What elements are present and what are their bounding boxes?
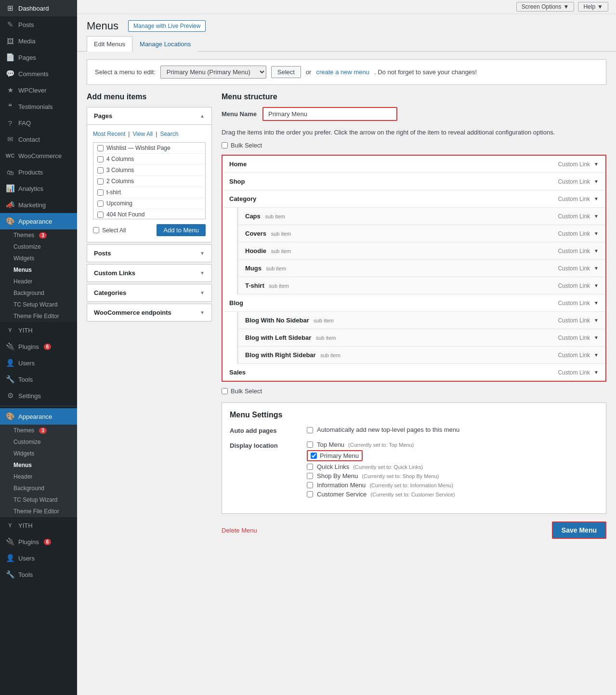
sidebar-item-theme-file-editor-2[interactable]: Theme File Editor xyxy=(0,506,77,517)
pages-tab-most-recent[interactable]: Most Recent xyxy=(93,131,125,137)
location-checkbox-information-menu[interactable] xyxy=(307,482,313,488)
sidebar-item-testimonials[interactable]: ❝ Testimonials xyxy=(0,98,77,115)
select-all-checkbox[interactable] xyxy=(93,227,99,233)
menu-item-arrow-mugs[interactable]: ▼ xyxy=(594,266,599,271)
sidebar-item-themes[interactable]: Themes 3 xyxy=(0,229,77,241)
sidebar-item-plugins-2[interactable]: 🔌 Plugins 6 xyxy=(0,534,77,550)
location-checkbox-shop-by-menu[interactable] xyxy=(307,473,313,479)
sidebar-item-menus[interactable]: Menus xyxy=(0,264,77,276)
posts-accordion-header[interactable]: Posts ▼ xyxy=(87,245,211,262)
page-checkbox-4columns[interactable] xyxy=(97,156,104,162)
tab-manage-locations[interactable]: Manage Locations xyxy=(132,36,198,52)
location-checkbox-customer-service[interactable] xyxy=(307,491,313,497)
page-checkbox-404[interactable] xyxy=(97,212,104,218)
menu-item-blog-right-sidebar[interactable]: Blog with Right Sidebar sub item Custom … xyxy=(237,347,605,364)
menu-item-home[interactable]: Home Custom Link ▼ xyxy=(223,156,605,173)
menu-item-blog-no-sidebar[interactable]: Blog With No Sidebar sub item Custom Lin… xyxy=(237,312,605,329)
sidebar-item-header-2[interactable]: Header xyxy=(0,471,77,482)
sidebar-item-widgets[interactable]: Widgets xyxy=(0,253,77,264)
sidebar-item-pages[interactable]: 📄 Pages xyxy=(0,49,77,66)
sidebar-item-yith[interactable]: Y YITH xyxy=(0,322,77,338)
sidebar-item-products[interactable]: 🛍 Products xyxy=(0,164,77,180)
menu-item-arrow-hoodie[interactable]: ▼ xyxy=(594,248,599,254)
help-button[interactable]: Help ▼ xyxy=(578,2,608,12)
sidebar-item-appearance-2[interactable]: 🎨 Appearance xyxy=(0,408,77,425)
sidebar-item-yith-2[interactable]: Y YITH xyxy=(0,517,77,534)
woocommerce-endpoints-accordion-header[interactable]: WooCommerce endpoints ▼ xyxy=(87,304,211,321)
bulk-select-checkbox-label-bottom[interactable]: Bulk Select xyxy=(222,388,262,395)
sidebar-item-header[interactable]: Header xyxy=(0,276,77,287)
menu-item-mugs[interactable]: Mugs sub item Custom Link ▼ xyxy=(237,260,605,277)
page-checkbox-2columns[interactable] xyxy=(97,178,104,185)
location-checkbox-top-menu[interactable] xyxy=(307,441,313,448)
menu-item-arrow-shop[interactable]: ▼ xyxy=(594,179,599,184)
sidebar-item-media[interactable]: 🖼 Media xyxy=(0,33,77,49)
menu-item-arrow-blog-right-sidebar[interactable]: ▼ xyxy=(594,352,599,358)
sidebar-item-widgets-2[interactable]: Widgets xyxy=(0,448,77,459)
menu-item-caps[interactable]: Caps sub item Custom Link ▼ xyxy=(237,208,605,225)
sidebar-item-background[interactable]: Background xyxy=(0,287,77,299)
menu-item-arrow-blog-left-sidebar[interactable]: ▼ xyxy=(594,335,599,340)
menu-item-covers[interactable]: Covers sub item Custom Link ▼ xyxy=(237,225,605,242)
menu-item-blog-left-sidebar[interactable]: Blog with Left Sidebar sub item Custom L… xyxy=(237,329,605,347)
menu-item-sales[interactable]: Sales Custom Link ▼ xyxy=(223,364,605,381)
menu-item-arrow-blog-no-sidebar[interactable]: ▼ xyxy=(594,318,599,323)
menu-item-arrow-blog[interactable]: ▼ xyxy=(594,300,599,306)
page-checkbox-upcoming[interactable] xyxy=(97,200,104,207)
categories-accordion-header[interactable]: Categories ▼ xyxy=(87,284,211,301)
sidebar-item-customize[interactable]: Customize xyxy=(0,241,77,253)
sidebar-item-customize-2[interactable]: Customize xyxy=(0,436,77,448)
menu-item-blog[interactable]: Blog Custom Link ▼ xyxy=(223,294,605,312)
sidebar-item-menus-2[interactable]: Menus xyxy=(0,459,77,471)
sidebar-item-users[interactable]: 👤 Users xyxy=(0,355,77,371)
add-to-menu-button[interactable]: Add to Menu xyxy=(157,224,206,236)
menu-item-arrow-caps[interactable]: ▼ xyxy=(594,214,599,219)
menu-item-tshirt[interactable]: T-shirt sub item Custom Link ▼ xyxy=(237,277,605,294)
bulk-select-checkbox-bottom[interactable] xyxy=(222,388,228,394)
pages-accordion-header[interactable]: Pages ▲ xyxy=(87,107,211,124)
sidebar-item-background-2[interactable]: Background xyxy=(0,482,77,494)
location-checkbox-quick-links[interactable] xyxy=(307,464,313,470)
sidebar-item-analytics[interactable]: 📊 Analytics xyxy=(0,180,77,197)
sidebar-item-tools[interactable]: 🔧 Tools xyxy=(0,371,77,388)
sidebar-item-wpclever[interactable]: ★ WPClever xyxy=(0,82,77,98)
bulk-select-checkbox[interactable] xyxy=(222,142,228,148)
sidebar-item-theme-file-editor[interactable]: Theme File Editor xyxy=(0,310,77,322)
menu-item-arrow-sales[interactable]: ▼ xyxy=(594,370,599,375)
sidebar-item-dashboard[interactable]: ⊞ Dashboard xyxy=(0,0,77,16)
tab-edit-menus[interactable]: Edit Menus xyxy=(87,36,132,52)
sidebar-item-faq[interactable]: ? FAQ xyxy=(0,115,77,131)
menu-item-arrow-covers[interactable]: ▼ xyxy=(594,231,599,236)
menu-item-shop[interactable]: Shop Custom Link ▼ xyxy=(223,173,605,190)
sidebar-item-themes-2[interactable]: Themes 3 xyxy=(0,425,77,436)
menu-item-arrow-category[interactable]: ▼ xyxy=(594,196,599,201)
sidebar-item-tc-setup-wizard[interactable]: TC Setup Wizard xyxy=(0,299,77,310)
location-checkbox-primary-menu[interactable] xyxy=(311,453,317,459)
sidebar-item-posts[interactable]: ✎ Posts xyxy=(0,16,77,33)
sidebar-item-comments[interactable]: 💬 Comments xyxy=(0,66,77,82)
sidebar-item-appearance[interactable]: 🎨 Appearance xyxy=(0,213,77,229)
sidebar-item-plugins[interactable]: 🔌 Plugins 6 xyxy=(0,338,77,355)
delete-menu-link[interactable]: Delete Menu xyxy=(222,527,257,534)
menu-item-hoodie[interactable]: Hoodie sub item Custom Link ▼ xyxy=(237,242,605,260)
menu-select-dropdown[interactable]: Primary Menu (Primary Menu) xyxy=(160,66,266,79)
sidebar-item-woocommerce[interactable]: WC WooCommerce xyxy=(0,147,77,164)
menu-item-arrow-tshirt[interactable]: ▼ xyxy=(594,283,599,288)
sidebar-item-users-2[interactable]: 👤 Users xyxy=(0,550,77,566)
sidebar-item-contact[interactable]: ✉ Contact xyxy=(0,131,77,147)
live-preview-button[interactable]: Manage with Live Preview xyxy=(128,20,206,32)
pages-tab-view-all[interactable]: View All xyxy=(132,131,153,137)
menu-item-category[interactable]: Category Custom Link ▼ xyxy=(223,190,605,208)
create-new-menu-link[interactable]: create a new menu xyxy=(316,68,369,76)
auto-add-checkbox-label[interactable]: Automatically add new top-level pages to… xyxy=(307,426,598,433)
screen-options-button[interactable]: Screen Options ▼ xyxy=(516,2,575,12)
page-checkbox-3columns[interactable] xyxy=(97,167,104,174)
page-checkbox-wishlist[interactable] xyxy=(97,145,104,151)
sidebar-item-marketing[interactable]: 📣 Marketing xyxy=(0,197,77,213)
select-all-label[interactable]: Select All xyxy=(93,227,126,234)
select-menu-button[interactable]: Select xyxy=(271,66,301,78)
sidebar-item-tc-setup-wizard-2[interactable]: TC Setup Wizard xyxy=(0,494,77,506)
bulk-select-checkbox-label[interactable]: Bulk Select xyxy=(222,142,262,149)
menu-item-arrow-home[interactable]: ▼ xyxy=(594,161,599,167)
auto-add-checkbox[interactable] xyxy=(307,427,313,433)
